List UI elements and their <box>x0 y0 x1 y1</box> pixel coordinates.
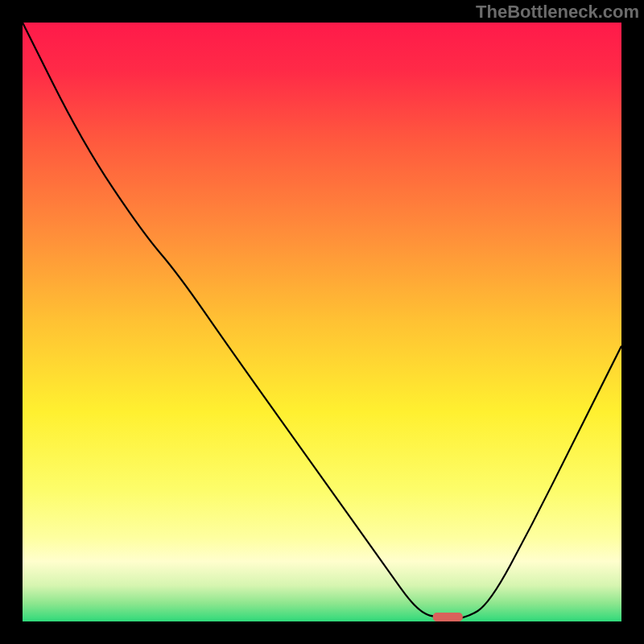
chart-background <box>23 23 621 621</box>
watermark-text: TheBottleneck.com <box>476 2 639 23</box>
optimal-marker <box>433 613 463 621</box>
bottleneck-chart <box>23 23 621 621</box>
chart-svg <box>23 23 621 621</box>
